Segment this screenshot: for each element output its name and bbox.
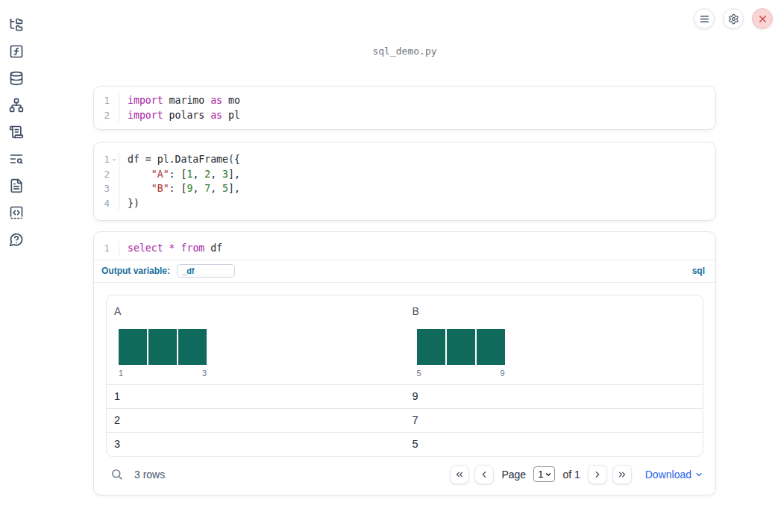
table-cell: 1 bbox=[107, 385, 405, 408]
table-cell: 9 bbox=[405, 385, 703, 408]
code-cell-dataframe[interactable]: 1df = pl.DataFrame({2 "A": [1, 2, 3],3 "… bbox=[93, 142, 716, 221]
table-header: A13B59 bbox=[107, 295, 703, 385]
chevrons-left-icon bbox=[454, 469, 465, 480]
database-icon[interactable] bbox=[9, 71, 24, 86]
notebook-area: sql_demo.py 1import marimo as mo2import … bbox=[93, 0, 716, 532]
download-button[interactable]: Download bbox=[645, 469, 703, 481]
page-select[interactable]: 1 bbox=[533, 466, 555, 482]
cell-output: A13B59 192735 3 rows Page bbox=[94, 283, 715, 495]
notebook-filename: sql_demo.py bbox=[93, 46, 716, 57]
function-icon[interactable] bbox=[9, 44, 24, 59]
sql-editor[interactable]: 1select * from df bbox=[94, 232, 715, 260]
page-label: Page bbox=[501, 469, 526, 481]
table-cell: 2 bbox=[107, 409, 405, 432]
line-number-gutter: 1 bbox=[94, 152, 119, 167]
chevron-left-icon bbox=[479, 469, 489, 480]
histogram-bar[interactable] bbox=[148, 329, 177, 365]
dependency-graph-icon[interactable] bbox=[9, 98, 24, 113]
table-cell: 5 bbox=[405, 433, 703, 456]
last-page-button[interactable] bbox=[612, 465, 632, 484]
help-icon[interactable] bbox=[9, 232, 24, 247]
histogram-bar[interactable] bbox=[178, 329, 207, 365]
dataframe-table: A13B59 192735 bbox=[106, 295, 703, 457]
page-select-value: 1 bbox=[538, 469, 543, 480]
output-variable-input[interactable]: _df bbox=[177, 264, 235, 278]
column-histogram: 13 bbox=[119, 329, 207, 378]
code-cell-imports[interactable]: 1import marimo as mo2import polars as pl bbox=[93, 86, 716, 130]
file-tree-icon[interactable] bbox=[9, 17, 24, 32]
column-histogram: 59 bbox=[417, 329, 505, 378]
code-editor[interactable]: 1import marimo as mo2import polars as pl bbox=[94, 87, 715, 129]
gear-icon bbox=[728, 13, 739, 25]
language-badge: sql bbox=[692, 266, 705, 276]
download-label: Download bbox=[645, 469, 691, 481]
document-icon[interactable] bbox=[9, 178, 24, 193]
output-variable-label: Output variable: bbox=[101, 266, 170, 276]
chevron-down-icon bbox=[545, 471, 552, 478]
chevron-down-icon bbox=[694, 470, 703, 479]
histogram-axis-labels: 59 bbox=[417, 369, 505, 378]
histogram-axis-labels: 13 bbox=[119, 369, 207, 378]
table-row[interactable]: 27 bbox=[107, 408, 703, 432]
next-page-button[interactable] bbox=[588, 465, 607, 484]
settings-button[interactable] bbox=[723, 8, 744, 29]
line-number-gutter: 2 bbox=[94, 167, 119, 182]
fold-chevron-icon[interactable] bbox=[110, 157, 119, 163]
snippets-icon[interactable] bbox=[9, 205, 24, 220]
row-count: 3 rows bbox=[134, 469, 165, 481]
logs-icon[interactable] bbox=[9, 125, 24, 140]
line-number-gutter: 2 bbox=[94, 108, 119, 123]
helper-panel-sidebar bbox=[0, 0, 33, 532]
table-cell: 7 bbox=[405, 409, 703, 432]
chevron-right-icon bbox=[592, 469, 603, 480]
code-editor[interactable]: 1df = pl.DataFrame({2 "A": [1, 2, 3],3 "… bbox=[94, 143, 715, 220]
previous-page-button[interactable] bbox=[474, 465, 494, 484]
line-number-gutter: 3 bbox=[94, 181, 119, 196]
search-icon[interactable] bbox=[110, 468, 123, 481]
line-number-gutter: 1 bbox=[94, 93, 119, 108]
histogram-bar[interactable] bbox=[119, 329, 147, 365]
first-page-button[interactable] bbox=[450, 465, 469, 484]
column-header[interactable]: A bbox=[114, 305, 405, 317]
column-header[interactable]: B bbox=[412, 305, 703, 317]
line-number-gutter: 1 bbox=[94, 241, 119, 256]
code-line[interactable]: 3 "B": [9, 7, 5], bbox=[94, 181, 715, 196]
code-line[interactable]: 1select * from df bbox=[94, 241, 715, 256]
histogram-bar[interactable] bbox=[417, 329, 445, 365]
histogram-bar[interactable] bbox=[477, 329, 505, 365]
code-line[interactable]: 4}) bbox=[94, 196, 715, 211]
code-line[interactable]: 1import marimo as mo bbox=[94, 93, 715, 108]
code-line[interactable]: 2 "A": [1, 2, 3], bbox=[94, 167, 715, 182]
sql-cell-footer: Output variable: _df sql bbox=[94, 260, 715, 283]
sql-cell: 1select * from df Output variable: _df s… bbox=[93, 231, 716, 495]
table-row[interactable]: 19 bbox=[107, 385, 703, 408]
line-number-gutter: 4 bbox=[94, 196, 119, 211]
close-button[interactable] bbox=[752, 8, 773, 29]
histogram-bar[interactable] bbox=[447, 329, 475, 365]
page-of-label: of 1 bbox=[562, 469, 580, 481]
chevrons-right-icon bbox=[617, 469, 627, 480]
close-icon bbox=[757, 13, 768, 25]
code-line[interactable]: 1df = pl.DataFrame({ bbox=[94, 152, 715, 167]
table-body: 192735 bbox=[107, 385, 703, 456]
text-search-icon[interactable] bbox=[9, 151, 24, 166]
table-row[interactable]: 35 bbox=[107, 432, 703, 456]
table-cell: 3 bbox=[107, 433, 405, 456]
code-line[interactable]: 2import polars as pl bbox=[94, 108, 715, 123]
table-footer: 3 rows Page 1 of 1 bbox=[106, 457, 703, 495]
